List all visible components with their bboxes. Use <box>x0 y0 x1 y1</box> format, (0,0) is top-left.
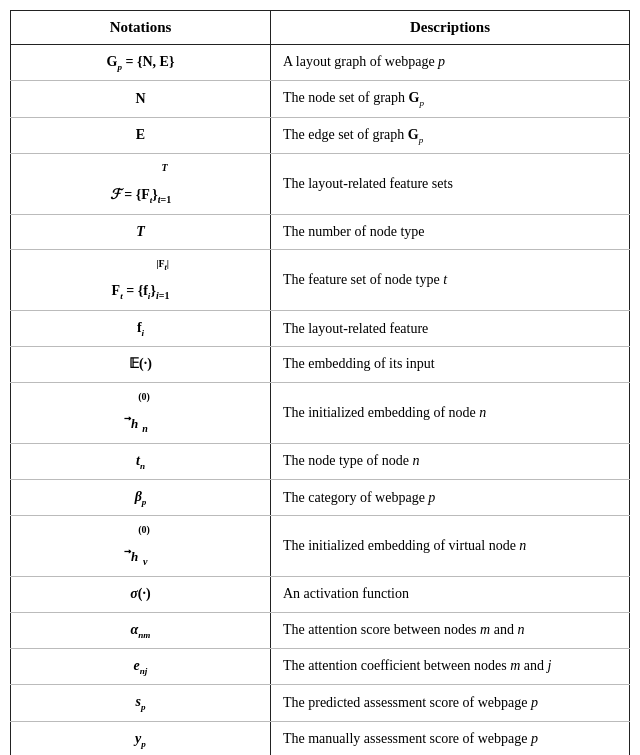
table-row: enjThe attention coefficient between nod… <box>11 648 630 684</box>
table-row: NThe node set of graph Gp <box>11 81 630 117</box>
notation-cell: βp <box>11 480 271 516</box>
description-cell: The attention coefficient between nodes … <box>270 648 629 684</box>
description-cell: An activation function <box>270 577 629 612</box>
notation-cell: Gp = {N, E} <box>11 45 271 81</box>
table-row: 𝔼(·)The embedding of its input <box>11 347 630 382</box>
table-row: βpThe category of webpage p <box>11 480 630 516</box>
table-row: σ(·)An activation function <box>11 577 630 612</box>
table-row: EThe edge set of graph Gp <box>11 117 630 153</box>
table-row: TThe number of node type <box>11 214 630 249</box>
description-cell: The manually assessment score of webpage… <box>270 721 629 755</box>
description-cell: The node type of node n <box>270 443 629 479</box>
notation-cell: αnm <box>11 612 271 648</box>
description-cell: The embedding of its input <box>270 347 629 382</box>
description-cell: The attention score between nodes m and … <box>270 612 629 648</box>
notation-cell: yp <box>11 721 271 755</box>
table-row: αnmThe attention score between nodes m a… <box>11 612 630 648</box>
description-cell: The initialized embedding of virtual nod… <box>270 516 629 577</box>
notation-cell: ℱ = {Ft}Tt=1 <box>11 154 271 215</box>
notations-table: Notations Descriptions Gp = {N, E}A layo… <box>10 10 630 755</box>
notation-cell: enj <box>11 648 271 684</box>
notation-cell: sp <box>11 685 271 721</box>
description-cell: The layout-related feature <box>270 311 629 347</box>
description-cell: The feature set of node type t <box>270 250 629 311</box>
description-cell: The node set of graph Gp <box>270 81 629 117</box>
table-row: tnThe node type of node n <box>11 443 630 479</box>
notation-cell: 𝔼(·) <box>11 347 271 382</box>
description-cell: A layout graph of webpage p <box>270 45 629 81</box>
table-row: ⃗h(0)nThe initialized embedding of node … <box>11 382 630 443</box>
description-cell: The edge set of graph Gp <box>270 117 629 153</box>
notation-cell: N <box>11 81 271 117</box>
notation-cell: ⃗h(0)n <box>11 382 271 443</box>
notation-cell: T <box>11 214 271 249</box>
description-cell: The initialized embedding of node n <box>270 382 629 443</box>
notation-cell: tn <box>11 443 271 479</box>
table-row: ℱ = {Ft}Tt=1The layout-related feature s… <box>11 154 630 215</box>
table-row: fiThe layout-related feature <box>11 311 630 347</box>
notation-cell: Ft = {fi}|Ft|i=1 <box>11 250 271 311</box>
description-cell: The predicted assessment score of webpag… <box>270 685 629 721</box>
header-description: Descriptions <box>270 11 629 45</box>
table-row: ⃗h(0)vThe initialized embedding of virtu… <box>11 516 630 577</box>
table-row: Ft = {fi}|Ft|i=1The feature set of node … <box>11 250 630 311</box>
description-cell: The layout-related feature sets <box>270 154 629 215</box>
notation-cell: E <box>11 117 271 153</box>
notation-cell: fi <box>11 311 271 347</box>
notation-cell: ⃗h(0)v <box>11 516 271 577</box>
header-notation: Notations <box>11 11 271 45</box>
table-row: spThe predicted assessment score of webp… <box>11 685 630 721</box>
description-cell: The category of webpage p <box>270 480 629 516</box>
table-row: Gp = {N, E}A layout graph of webpage p <box>11 45 630 81</box>
table-row: ypThe manually assessment score of webpa… <box>11 721 630 755</box>
notation-cell: σ(·) <box>11 577 271 612</box>
description-cell: The number of node type <box>270 214 629 249</box>
